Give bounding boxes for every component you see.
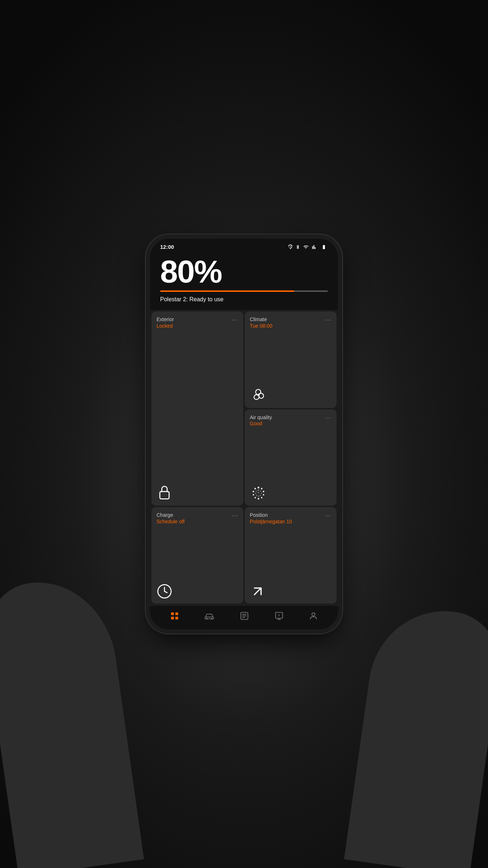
card-position-title-group: Position Polstjärnegatan 10 bbox=[250, 512, 292, 525]
svg-point-14 bbox=[261, 493, 262, 494]
nav-item-support[interactable]: ? bbox=[271, 610, 287, 622]
card-exterior-header: Exterior Locked ··· bbox=[157, 316, 238, 329]
cards-grid: Exterior Locked ··· Climate bbox=[150, 310, 338, 605]
svg-point-1 bbox=[257, 394, 260, 396]
svg-point-8 bbox=[254, 497, 256, 498]
battery-percent: 80% bbox=[160, 256, 328, 288]
car-status: Polestar 2: Ready to use bbox=[160, 296, 328, 303]
support-icon: ? bbox=[274, 611, 284, 621]
svg-point-9 bbox=[253, 494, 254, 495]
nav-item-car[interactable] bbox=[201, 610, 218, 621]
card-climate[interactable]: Climate Tue 08:00 ··· bbox=[245, 311, 337, 408]
svg-point-11 bbox=[254, 488, 256, 489]
status-time: 12:00 bbox=[160, 244, 174, 250]
svg-point-12 bbox=[258, 490, 259, 491]
alarm-icon bbox=[287, 244, 293, 250]
card-climate-title-group: Climate Tue 08:00 bbox=[250, 316, 273, 329]
card-exterior-icon bbox=[157, 480, 238, 501]
svg-line-22 bbox=[254, 588, 261, 595]
svg-point-5 bbox=[263, 494, 264, 495]
arrow-diagonal-icon bbox=[250, 583, 266, 599]
card-exterior-title-group: Exterior Locked bbox=[157, 316, 174, 329]
card-air-quality-menu[interactable]: ··· bbox=[325, 414, 331, 421]
svg-point-13 bbox=[260, 491, 261, 492]
card-position-icon bbox=[250, 580, 331, 599]
svg-point-7 bbox=[258, 498, 259, 499]
nav-item-dashboard[interactable] bbox=[166, 610, 183, 622]
card-climate-title: Climate bbox=[250, 316, 273, 323]
svg-point-6 bbox=[261, 497, 262, 498]
card-exterior-menu[interactable]: ··· bbox=[232, 316, 238, 323]
card-charge-title: Charge bbox=[157, 512, 185, 518]
card-charge-icon bbox=[157, 580, 238, 599]
card-air-quality-title: Air quality bbox=[250, 414, 272, 421]
clock-icon bbox=[157, 583, 172, 599]
notch bbox=[221, 239, 267, 249]
svg-point-15 bbox=[260, 495, 261, 496]
battery-bar-fill bbox=[160, 290, 294, 292]
svg-point-4 bbox=[263, 491, 264, 492]
nav-item-profile[interactable] bbox=[305, 610, 322, 622]
card-charge-subtitle: Schedule off bbox=[157, 518, 185, 525]
card-position-menu[interactable]: ··· bbox=[325, 512, 331, 519]
card-climate-menu[interactable]: ··· bbox=[325, 316, 331, 323]
scene: 12:00 bbox=[0, 0, 488, 868]
card-exterior-title: Exterior bbox=[157, 316, 174, 323]
card-climate-subtitle: Tue 08:00 bbox=[250, 323, 273, 329]
svg-point-17 bbox=[256, 495, 257, 496]
svg-rect-24 bbox=[175, 612, 178, 615]
card-position-header: Position Polstjärnegatan 10 ··· bbox=[250, 512, 331, 525]
profile-icon bbox=[309, 611, 318, 621]
card-climate-icon bbox=[250, 383, 331, 404]
card-charge-menu[interactable]: ··· bbox=[232, 512, 238, 519]
card-air-quality-title-group: Air quality Good bbox=[250, 414, 272, 427]
car-icon bbox=[204, 612, 214, 620]
svg-point-28 bbox=[206, 618, 207, 620]
wifi-icon bbox=[303, 244, 309, 250]
svg-point-19 bbox=[256, 491, 257, 492]
header-area: 80% Polestar 2: Ready to use bbox=[150, 253, 338, 310]
card-air-quality-subtitle: Good bbox=[250, 420, 272, 427]
svg-point-10 bbox=[253, 491, 254, 492]
signal-icon bbox=[311, 244, 318, 250]
svg-point-2 bbox=[258, 487, 260, 489]
nav-item-list[interactable] bbox=[236, 610, 253, 622]
svg-text:?: ? bbox=[278, 614, 279, 617]
phone: 12:00 bbox=[150, 239, 338, 629]
list-icon bbox=[240, 611, 249, 621]
card-exterior-subtitle: Locked bbox=[157, 323, 174, 329]
card-air-quality-header: Air quality Good ··· bbox=[250, 414, 331, 427]
svg-point-3 bbox=[261, 488, 262, 489]
fan-icon bbox=[250, 386, 267, 404]
hand-left bbox=[0, 573, 144, 868]
status-icons bbox=[287, 244, 328, 250]
svg-point-29 bbox=[211, 618, 213, 620]
card-charge[interactable]: Charge Schedule off ··· bbox=[151, 507, 243, 604]
card-position[interactable]: Position Polstjärnegatan 10 ··· bbox=[245, 507, 337, 604]
battery-bar-container bbox=[160, 290, 328, 292]
svg-point-16 bbox=[258, 496, 259, 497]
svg-point-38 bbox=[312, 613, 315, 616]
bluetooth-icon bbox=[295, 244, 300, 250]
card-air-quality-icon bbox=[250, 481, 331, 501]
battery-icon bbox=[320, 244, 328, 250]
svg-point-20 bbox=[258, 492, 259, 493]
card-position-title: Position bbox=[250, 512, 292, 518]
svg-rect-25 bbox=[171, 617, 174, 620]
card-position-subtitle: Polstjärnegatan 10 bbox=[250, 518, 292, 525]
svg-rect-23 bbox=[171, 612, 174, 615]
svg-rect-0 bbox=[160, 492, 169, 499]
card-exterior[interactable]: Exterior Locked ··· bbox=[151, 311, 243, 506]
bottom-nav: ? bbox=[150, 605, 338, 629]
card-charge-header: Charge Schedule off ··· bbox=[157, 512, 238, 525]
lock-icon bbox=[157, 483, 172, 501]
svg-point-18 bbox=[255, 493, 256, 494]
dashboard-icon bbox=[170, 611, 179, 621]
hand-right bbox=[344, 601, 488, 868]
card-climate-header: Climate Tue 08:00 ··· bbox=[250, 316, 331, 329]
svg-rect-26 bbox=[175, 617, 178, 620]
card-air-quality[interactable]: Air quality Good ··· bbox=[245, 409, 337, 506]
card-charge-title-group: Charge Schedule off bbox=[157, 512, 185, 525]
air-dots-icon bbox=[250, 484, 267, 501]
